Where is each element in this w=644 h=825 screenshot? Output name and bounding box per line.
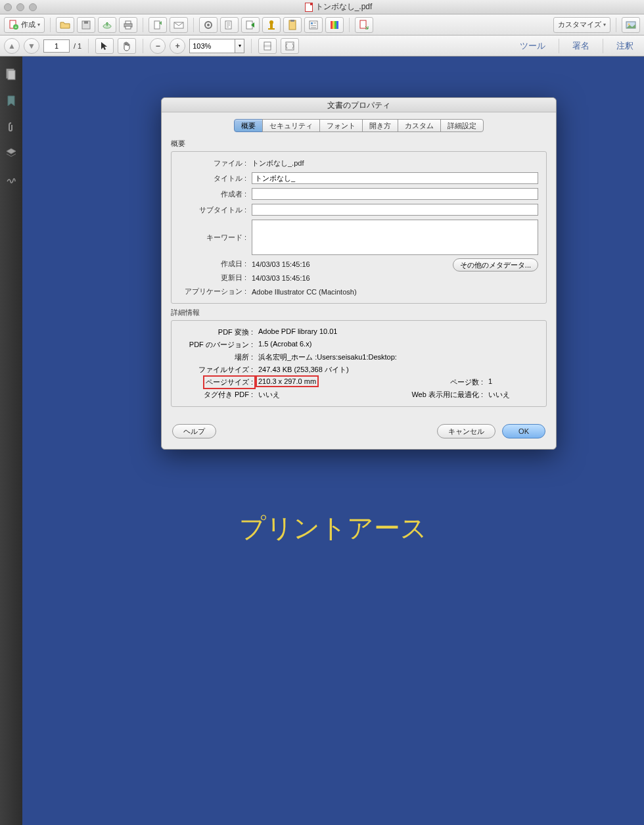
created-label: 作成日 : [179,259,252,269]
pdf-file-icon [305,3,313,12]
cloud-button[interactable] [98,17,116,33]
signature-panel-icon[interactable] [5,174,17,185]
comment-panel-button[interactable]: 注釈 [610,40,640,52]
navigation-sidebar [0,57,22,825]
export-button[interactable] [241,17,260,33]
cloud-upload-icon [102,20,112,30]
picture-button[interactable] [622,17,640,33]
zoom-out-button[interactable] [150,38,166,54]
keywords-input[interactable] [252,220,538,255]
share-doc-button[interactable] [149,17,167,33]
next-page-button[interactable]: ▼ [24,38,39,54]
pagesize-value: 210.3 x 297.0 mm [256,375,319,387]
page-number-input[interactable] [43,39,70,53]
pdf-version-label: PDF のバージョン : [179,340,258,350]
application-label: アプリケーション : [179,287,252,296]
file-label: ファイル : [179,158,252,168]
zoom-window-button[interactable] [29,3,37,11]
more-metadata-button[interactable]: その他のメタデータ... [453,258,538,271]
create-pdf-icon: + [9,20,19,30]
multimedia-button[interactable] [325,17,344,33]
clipboard-button[interactable] [283,17,302,33]
modified-label: 更新日 : [179,273,252,283]
tab-summary[interactable]: 概要 [234,119,263,132]
select-tool-button[interactable] [95,38,114,54]
dialog-title: 文書のプロパティ [162,98,556,112]
svg-rect-29 [264,45,271,47]
svg-rect-24 [336,21,338,29]
fit-page-icon [262,41,273,51]
fit-page-button[interactable] [258,38,277,54]
window-title: トンボなし_.pdf [315,1,373,12]
location-value: 浜名宏明_ホーム :Users:seisaku1:Desktop: [258,352,521,362]
tab-advanced[interactable]: 詳細設定 [440,119,484,132]
pdf-convert-icon [359,20,369,30]
attachment-icon[interactable] [5,121,17,133]
modified-value: 14/03/03 15:45:16 [252,274,538,282]
tab-open[interactable]: 開き方 [362,119,398,132]
summary-group: ファイル :トンボなし_.pdf タイトル : 作成者 : サブタイトル : キ… [171,151,547,304]
customize-button[interactable]: カスタマイズ ▾ [553,17,610,33]
hand-tool-button[interactable] [118,38,136,54]
traffic-lights [4,3,37,11]
pdf-convert-button[interactable] [355,17,373,33]
minimize-window-button[interactable] [16,3,24,11]
pagecount-value: 1 [488,377,528,387]
open-button[interactable] [56,17,74,33]
pagesize-label: ページサイズ : [203,375,256,389]
share-doc-icon [152,20,163,30]
svg-rect-18 [290,20,294,22]
filesize-value: 247.43 KB (253,368 バイト) [258,365,521,375]
layers-icon[interactable] [5,147,17,159]
subtitle-input[interactable] [252,204,538,216]
navigation-toolbar: ▲ ▼ / 1 103% ▾ ツール 署名 注釈 [0,35,644,57]
document-properties-dialog: 文書のプロパティ 概要 セキュリティ フォント 開き方 カスタム 詳細設定 概要… [161,97,557,450]
print-button[interactable] [119,17,137,33]
details-section-label: 詳細情報 [171,308,547,318]
fit-width-button[interactable] [281,38,299,54]
svg-rect-25 [360,20,366,28]
edit-text-icon [224,20,235,30]
form-button[interactable] [304,17,323,33]
stamp-button[interactable] [262,17,281,33]
clipboard-icon [287,20,298,30]
folder-open-icon [60,20,70,30]
save-button[interactable] [77,17,95,33]
webopt-value: いいえ [488,390,528,400]
up-arrow-icon: ▲ [8,41,16,51]
svg-rect-7 [126,21,131,24]
zoom-dropdown-button[interactable]: ▾ [235,39,244,53]
svg-rect-30 [286,42,294,50]
title-input[interactable] [252,172,538,184]
tools-panel-button[interactable]: ツール [513,40,552,52]
create-button[interactable]: + 作成 ▾ [4,17,45,33]
printer-icon [123,20,133,30]
dropdown-arrow-icon: ▾ [37,22,40,28]
main-toolbar: + 作成 ▾ カスタマイズ ▾ [0,14,644,35]
zoom-in-button[interactable] [170,38,185,54]
svg-rect-20 [311,22,313,24]
picture-icon [626,20,636,30]
thumbnails-icon[interactable] [5,68,17,80]
svg-rect-23 [334,21,336,29]
close-window-button[interactable] [4,3,12,11]
dialog-footer: ヘルプ キャンセル OK [162,416,556,449]
page-total: / 1 [74,42,81,50]
zoom-level-input[interactable]: 103% [189,39,235,53]
settings-button[interactable] [199,17,218,33]
page-content-text: プリントアース [239,510,427,546]
edit-button[interactable] [220,17,239,33]
help-button[interactable]: ヘルプ [172,424,216,438]
sign-panel-button[interactable]: 署名 [566,40,596,52]
subtitle-label: サブタイトル : [179,205,252,215]
author-input[interactable] [252,188,538,200]
cancel-button[interactable]: キャンセル [437,424,495,438]
tab-security[interactable]: セキュリティ [262,119,320,132]
bookmark-icon[interactable] [5,95,17,106]
gear-icon [203,20,214,30]
prev-page-button[interactable]: ▲ [4,38,20,54]
email-button[interactable] [170,17,188,33]
tab-custom[interactable]: カスタム [398,119,441,132]
ok-button[interactable]: OK [502,424,545,438]
tab-font[interactable]: フォント [319,119,363,132]
